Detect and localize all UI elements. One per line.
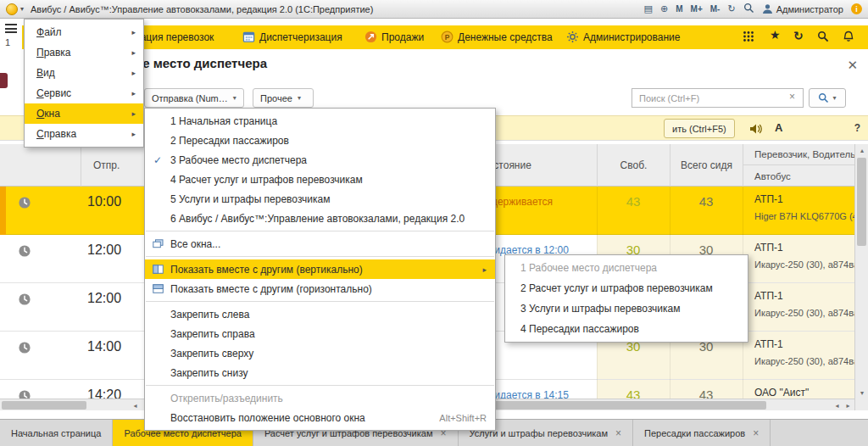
panels-icon[interactable]: ▤ [644,4,653,14]
app-window: ▾ Авибус / Авибус™:Управление автовокзал… [0,0,868,446]
submenu-window-2[interactable]: 2 Расчет услуг и штрафов перевозчикам [505,278,748,298]
menu-window-2[interactable]: 2 Пересадки пассажиров [145,131,495,150]
user-icon [762,3,773,14]
more-actions-button[interactable]: Прочее ▾ [253,88,314,108]
menu-all-windows[interactable]: Все окна... [145,234,495,254]
scroll-left-icon[interactable]: ◂ [130,400,141,410]
header-total-seats[interactable]: Всего сидя [670,144,743,187]
carrier-name: АТП-1 [754,338,783,350]
speaker-icon[interactable] [749,123,763,137]
close-tab-icon[interactable]: × [615,427,621,439]
menu-help[interactable]: Справка ▸ [25,124,143,144]
header-carrier[interactable]: Перевозчик, Водитель Автобус [743,144,854,187]
calc-m-minus-button[interactable]: М- [710,4,721,14]
menu-windows[interactable]: Окна ▸ [25,103,143,124]
split-vertical-icon [153,265,164,274]
font-size-button[interactable]: А [775,121,782,134]
main-hscrollbar[interactable]: ◂ ▸ [475,399,854,410]
menu-separator [146,385,494,386]
history-icon[interactable]: ↻ [793,30,804,42]
current-row-marker [0,187,6,235]
carrier-name: АТП-1 [754,193,783,205]
section-sales[interactable]: Продажи [381,31,424,43]
section-administration[interactable]: Администрирование [583,31,680,43]
clock-icon [18,341,31,357]
menu-window-3-current[interactable]: ✓ 3 Рабочее место диспетчера [145,150,495,170]
menu-window-6[interactable]: 6 Авибус / Авибус™:Управление автовокзал… [145,209,495,228]
refresh-button[interactable]: ить (Ctrl+F5) [664,119,735,138]
global-search-icon[interactable] [817,31,829,44]
free-seats: 43 [597,194,670,209]
left-pane-hscrollbar[interactable]: ◂ ▸ [0,399,153,410]
user-name: Администратор [776,4,843,14]
menu-window-4[interactable]: 4 Расчет услуг и штрафов перевозчикам [145,170,495,189]
submenu-arrow-icon: ▸ [131,89,136,98]
menu-dock-left[interactable]: Закрепить слева [145,304,495,324]
calc-m-button[interactable]: М [676,4,682,14]
scroll-right-icon[interactable]: ▸ [843,400,854,410]
submenu-arrow-icon: ▸ [131,109,136,118]
submenu-window-4[interactable]: 4 Пересадки пассажиров [505,319,748,339]
tab-passenger-transfers[interactable]: Пересадки пассажиров × [633,420,771,446]
menu-view[interactable]: Вид ▸ [25,63,143,83]
menu-show-side-by-side-horizontal[interactable]: Показать вместе с другим (горизонтально) [145,279,495,298]
menu-file[interactable]: Файл ▸ [25,22,143,42]
scrollbar-thumb[interactable] [857,158,866,246]
panel-fragment-icon [0,73,8,88]
menu-service[interactable]: Сервис ▸ [25,83,143,103]
calc-m-plus-button[interactable]: М+ [691,4,703,14]
help-button[interactable]: ? [854,122,860,134]
system-menu-icon[interactable]: ▾ [6,3,24,15]
total-seats: 43 [670,194,743,209]
menu-dock-top[interactable]: Закрепить сверху [145,343,495,363]
favorites-star-icon[interactable]: ★ [770,29,781,41]
scrollbar-thumb[interactable] [2,401,86,410]
menu-edit[interactable]: Правка ▸ [25,42,143,63]
clock-icon [18,196,31,212]
search-input[interactable] [632,88,804,108]
section-money[interactable]: Денежные средства [458,31,553,43]
menu-dock-bottom[interactable]: Закрепить снизу [145,363,495,382]
clock-icon [18,244,31,260]
dispatching-icon[interactable] [242,31,255,45]
departure-time: 12:00 [87,243,121,258]
history-icon[interactable]: ↻ [727,4,735,14]
submenu-window-3[interactable]: 3 Услуги и штрафы перевозчикам [505,298,748,319]
close-tab-icon[interactable]: × [753,427,759,439]
section-dispatching[interactable]: Диспетчеризация [259,31,342,43]
menu-dock-right[interactable]: Закрепить справа [145,324,495,343]
header-carrier-driver: Перевозчик, Водитель [743,144,854,165]
search-icon[interactable] [743,3,754,15]
menu-restore-main-window[interactable]: Восстановить положение основного окна Al… [145,408,495,427]
header-free-seats[interactable]: Своб. [597,144,670,187]
vertical-scrollbar[interactable]: ▴ ▾ [854,144,868,410]
scroll-up-icon[interactable]: ▴ [855,144,868,156]
check-icon: ✓ [153,154,162,166]
gear-icon[interactable] [566,31,579,45]
scroll-down-icon[interactable]: ▾ [855,387,868,399]
all-functions-icon[interactable] [743,31,754,44]
chevron-down-icon: ▾ [20,5,24,13]
menu-undock: Открепить/разъединить [145,388,495,408]
dispatch-button[interactable]: Отправка (Num… ▾ [144,88,244,108]
header-departure[interactable]: Отпр. [81,144,153,187]
money-icon[interactable]: Р [441,31,453,45]
close-page-icon[interactable]: ✕ [847,58,858,73]
menu-show-side-by-side-vertical[interactable]: Показать вместе с другим (вертикально) ▸ [145,259,495,279]
add-link-icon[interactable]: ⊕ [660,4,668,14]
notifications-bell-icon[interactable] [843,31,854,44]
current-user[interactable]: Администратор [762,3,843,14]
scroll-left-icon[interactable]: ◂ [832,400,843,410]
main-menu-burger-icon[interactable] [5,24,17,33]
chevron-down-icon: ▾ [832,94,836,102]
sales-icon[interactable] [364,31,377,45]
tab-home[interactable]: Начальная страница [0,420,113,446]
search-button[interactable]: ▾ [809,88,846,108]
menu-window-1[interactable]: 1 Начальная страница [145,111,495,131]
info-icon[interactable]: i [851,3,862,14]
clear-search-icon[interactable]: × [789,91,795,103]
scrollbar-thumb[interactable] [478,401,766,410]
menu-window-5[interactable]: 5 Услуги и штрафы перевозчикам [145,189,495,209]
left-edge-area: 1 [0,19,22,51]
submenu-arrow-icon: ▸ [131,48,136,57]
